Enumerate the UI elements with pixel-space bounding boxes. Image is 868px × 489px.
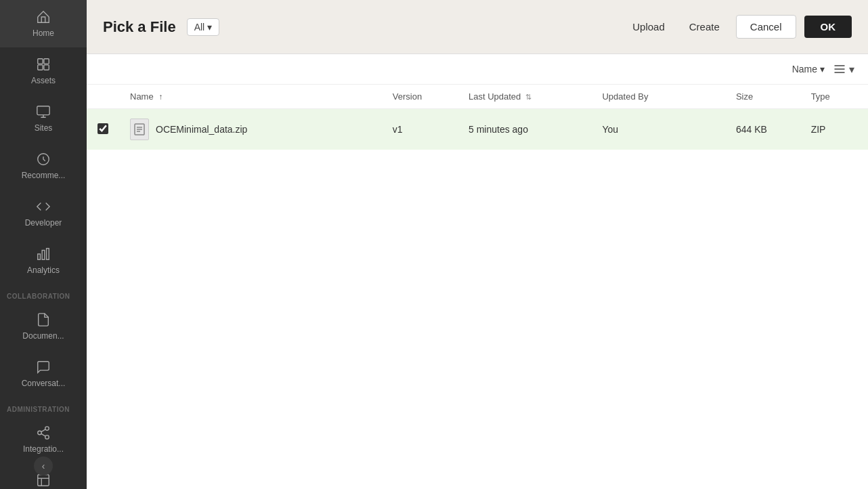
svg-line-12 (41, 433, 45, 436)
file-table: Name ↑ Version Last Updated ⇅ Updated By (87, 85, 868, 150)
row-name-cell: OCEMinimal_data.zip (119, 109, 382, 150)
developer-icon (36, 199, 51, 214)
documents-icon (36, 312, 51, 327)
sidebar-item-developer[interactable]: Developer (0, 190, 87, 237)
file-icon (130, 119, 149, 140)
sort-chevron-icon: ▾ (820, 64, 825, 75)
sidebar-item-assets[interactable]: Assets (0, 47, 87, 95)
page-title: Pick a File (103, 18, 176, 36)
content-area: Name ▾ ▾ Name ↑ Versio (87, 54, 868, 489)
home-icon (36, 9, 51, 24)
cancel-button[interactable]: Cancel (736, 15, 796, 39)
sidebar-item-recommendations[interactable]: Recomme... (0, 142, 87, 190)
integrations-icon (36, 425, 51, 440)
th-type[interactable]: Type (800, 85, 868, 109)
th-checkbox (87, 85, 119, 109)
recommendations-icon (36, 152, 51, 167)
ok-button[interactable]: OK (804, 16, 852, 38)
th-updated-by[interactable]: Updated By (591, 85, 724, 109)
row-last-updated: 5 minutes ago (458, 109, 591, 150)
sidebar-item-documents[interactable]: Documen... (0, 303, 87, 350)
sort-updown-icon: ⇅ (525, 93, 531, 101)
view-chevron-icon: ▾ (849, 63, 854, 76)
svg-rect-14 (38, 475, 49, 486)
sidebar-label-assets: Assets (31, 76, 56, 85)
sidebar-item-home[interactable]: Home (0, 0, 87, 47)
sidebar-label-home: Home (32, 28, 54, 38)
view-toggle[interactable]: ▾ (833, 62, 854, 76)
svg-rect-6 (38, 254, 41, 259)
svg-rect-4 (37, 106, 49, 115)
sort-dropdown[interactable]: Name ▾ (792, 64, 825, 75)
sidebar-label-integrations: Integratio... (23, 444, 64, 454)
filter-label: All (194, 22, 205, 33)
svg-point-9 (45, 427, 49, 431)
svg-rect-0 (38, 59, 43, 64)
create-button[interactable]: Create (681, 16, 728, 38)
th-last-updated[interactable]: Last Updated ⇅ (458, 85, 591, 109)
sidebar-label-sites: Sites (35, 123, 53, 133)
table-toolbar: Name ▾ ▾ (87, 54, 868, 85)
svg-rect-8 (47, 249, 49, 260)
sort-label: Name (792, 64, 817, 75)
table-row[interactable]: OCEMinimal_data.zip v1 5 minutes ago You… (87, 109, 868, 150)
th-size[interactable]: Size (725, 85, 800, 109)
row-size: 644 KB (725, 109, 800, 150)
svg-rect-7 (42, 251, 45, 260)
sort-asc-icon: ↑ (158, 92, 162, 102)
row-checkbox-cell (87, 109, 119, 150)
th-name[interactable]: Name ↑ (119, 85, 382, 109)
header-actions: Upload Create Cancel OK (624, 15, 852, 39)
row-checkbox[interactable] (97, 123, 108, 134)
sidebar-label-recommendations: Recomme... (22, 171, 66, 180)
assets-icon (36, 57, 51, 72)
sidebar-label-documents: Documen... (22, 331, 64, 341)
header: Pick a File All ▾ Upload Create Cancel O… (87, 0, 868, 54)
row-name: OCEMinimal_data.zip (156, 124, 247, 135)
administration-section-label: ADMINISTRATION (0, 398, 87, 416)
list-view-icon (833, 62, 846, 76)
row-version: v1 (382, 109, 458, 150)
filter-chevron-icon: ▾ (207, 22, 212, 33)
sidebar-label-developer: Developer (25, 218, 62, 228)
th-version[interactable]: Version (382, 85, 458, 109)
sidebar-item-sites[interactable]: Sites (0, 95, 87, 142)
svg-point-10 (38, 431, 42, 435)
sidebar-item-conversations[interactable]: Conversat... (0, 350, 87, 398)
svg-point-11 (45, 435, 49, 440)
upload-button[interactable]: Upload (624, 16, 673, 38)
svg-rect-1 (44, 59, 49, 64)
sites-icon (36, 104, 51, 119)
sidebar-item-analytics[interactable]: Analytics (0, 237, 87, 284)
sidebar: Home Assets Sites Recomme... Developer A… (0, 0, 87, 489)
filter-dropdown[interactable]: All ▾ (187, 18, 220, 36)
row-updated-by: You (591, 109, 724, 150)
svg-rect-2 (38, 65, 43, 70)
analytics-icon (36, 247, 51, 261)
collapse-button[interactable]: ‹ (34, 456, 53, 475)
svg-rect-3 (44, 65, 49, 70)
sidebar-label-conversations: Conversat... (22, 379, 66, 388)
sidebar-label-analytics: Analytics (27, 265, 60, 275)
main-content: Pick a File All ▾ Upload Create Cancel O… (87, 0, 868, 489)
conversations-icon (36, 360, 51, 375)
svg-line-13 (41, 429, 45, 432)
sidebar-collapse: ‹ (0, 456, 87, 475)
collaboration-section-label: COLLABORATION (0, 284, 87, 303)
row-type: ZIP (800, 109, 868, 150)
